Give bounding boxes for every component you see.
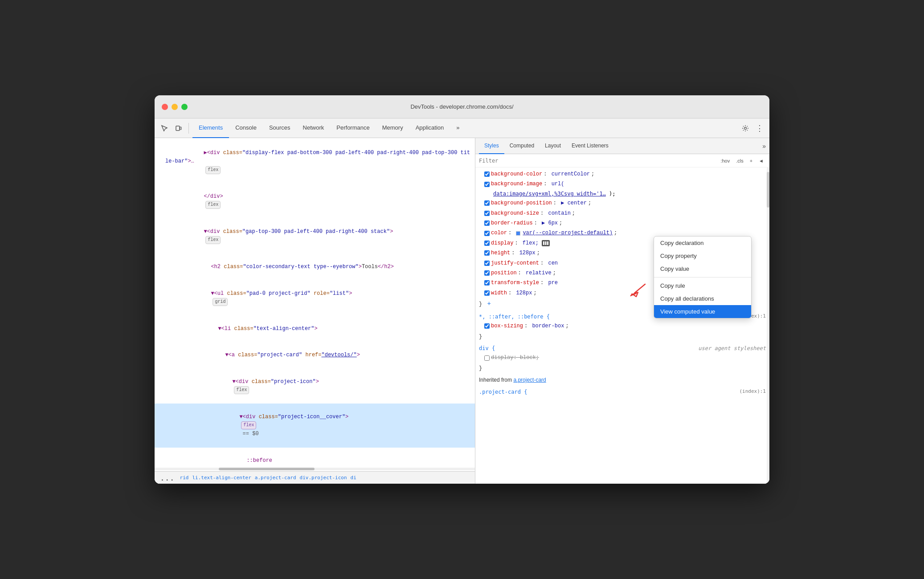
devtools-window: DevTools - developer.chrome.com/docs/ El… (155, 95, 769, 484)
css-checkbox[interactable] (484, 182, 490, 187)
tab-elements[interactable]: Elements (192, 118, 229, 138)
ctx-copy-rule[interactable]: Copy rule (654, 279, 751, 292)
css-checkbox[interactable] (484, 200, 490, 206)
dom-scrollbar-thumb[interactable] (219, 468, 315, 470)
dom-line[interactable]: ▼<ul class="pad-0 project-grid" role="li… (155, 281, 475, 316)
breadcrumb-di[interactable]: di (351, 475, 356, 481)
breadcrumb-div-icon[interactable]: div.project-icon (300, 475, 347, 481)
devtools-tabs: Elements Console Sources Network Perform… (192, 118, 737, 138)
ctx-copy-all-declarations[interactable]: Copy all declarations (654, 292, 751, 305)
css-checkbox[interactable] (484, 241, 490, 246)
css-prop-line[interactable]: background-color : currentColor ; (475, 169, 769, 179)
css-selector: *, ::after, ::before { (479, 312, 550, 321)
css-prop-line[interactable]: box-sizing : border-box ; (475, 321, 769, 331)
filter-add-btn[interactable]: + (748, 157, 755, 164)
styles-panel-scrollbar-thumb[interactable] (767, 172, 769, 208)
breadcrumb-li[interactable]: li.text-align-center (192, 475, 251, 481)
more-options-button[interactable]: ⋮ (753, 122, 766, 135)
breadcrumb-bar: ... rid li.text-align-center a.project-c… (155, 471, 475, 484)
maximize-button[interactable] (181, 104, 188, 110)
flex-badge: flex (234, 386, 249, 394)
css-prop-line[interactable]: display: block; (475, 353, 769, 363)
css-prop-line[interactable]: background-size : contain ; (475, 208, 769, 218)
filter-cls-btn[interactable]: .cls (734, 157, 746, 164)
inherited-from-link[interactable]: a.project-card (513, 377, 546, 383)
dom-line[interactable]: <h2 class="color-secondary-text type--ey… (155, 254, 475, 281)
tab-application[interactable]: Application (409, 118, 450, 138)
tab-memory[interactable]: Memory (376, 118, 409, 138)
dom-line[interactable]: ▼<a class="project-card" href="devtools/… (155, 342, 475, 369)
settings-button[interactable] (739, 122, 752, 135)
css-url-link[interactable]: data:image/svg+xml,%3Csvg width='1… (493, 191, 606, 197)
tab-network[interactable]: Network (297, 118, 331, 138)
window-title: DevTools - developer.chrome.com/docs/ (410, 103, 513, 110)
tab-styles[interactable]: Styles (479, 138, 504, 154)
ctx-copy-property[interactable]: Copy property (654, 249, 751, 262)
filter-hover-btn[interactable]: :hov (718, 157, 732, 164)
titlebar: DevTools - developer.chrome.com/docs/ (155, 95, 769, 118)
css-checkbox[interactable] (484, 220, 490, 226)
css-checkbox[interactable] (484, 211, 490, 216)
filter-bar: :hov .cls + ◄ (475, 154, 769, 167)
css-checkbox[interactable] (484, 250, 490, 256)
breadcrumb-a[interactable]: a.project-card (255, 475, 296, 481)
breadcrumb-more[interactable]: ... (158, 473, 176, 482)
device-toolbar-button[interactable] (172, 122, 185, 135)
filter-collapse-btn[interactable]: ◄ (756, 157, 766, 164)
dom-line[interactable]: ▶<div class="display-flex pad-bottom-300… (155, 140, 475, 183)
css-checkbox[interactable] (484, 171, 490, 177)
more-icon: ⋮ (756, 123, 764, 133)
css-prop-line[interactable]: border-radius : ▶ 6px ; (475, 218, 769, 228)
dom-line[interactable]: ▼<li class="text-align-center"> (155, 315, 475, 342)
css-prop-line[interactable]: background-image : url( (475, 179, 769, 189)
tab-more[interactable]: » (450, 118, 466, 138)
css-url-continuation[interactable]: data:image/svg+xml,%3Csvg width='1… ); (475, 189, 769, 198)
styles-panel-scrollbar[interactable] (767, 167, 769, 484)
dom-panel: ▶<div class="display-flex pad-bottom-300… (155, 138, 475, 484)
inherited-section: Inherited from a.project-card (475, 374, 769, 385)
styles-tabs-more[interactable]: » (762, 143, 766, 150)
tab-event-listeners[interactable]: Event Listeners (566, 138, 614, 154)
dom-line[interactable]: ▼<div class="gap-top-300 pad-left-400 pa… (155, 219, 475, 254)
tab-console[interactable]: Console (229, 118, 263, 138)
source-link[interactable]: (index):1 (739, 387, 766, 396)
minimize-button[interactable] (172, 104, 178, 110)
css-checkbox[interactable] (484, 323, 490, 329)
dom-line[interactable]: ▼<div class="project-icon"> flex (155, 369, 475, 404)
css-checkbox[interactable] (484, 290, 490, 296)
css-checkbox[interactable] (484, 231, 490, 236)
css-var-link[interactable]: var(--color-project-default) (523, 230, 613, 236)
css-checkbox[interactable] (484, 261, 490, 266)
toolbar-separator-1 (188, 123, 189, 134)
flex-badge: flex (205, 166, 221, 174)
flex-badge: flex (241, 421, 256, 429)
filter-input[interactable] (479, 158, 715, 164)
devtools-toolbar: Elements Console Sources Network Perform… (155, 118, 769, 138)
close-button[interactable] (162, 104, 168, 110)
css-selector: .project-card { (479, 387, 527, 396)
styles-content[interactable]: background-color : currentColor ; backgr… (475, 167, 769, 484)
tab-performance[interactable]: Performance (330, 118, 376, 138)
tab-computed[interactable]: Computed (504, 138, 540, 154)
css-checkbox[interactable] (484, 270, 490, 276)
ctx-copy-value[interactable]: Copy value (654, 262, 751, 275)
select-element-button[interactable] (158, 122, 171, 135)
dom-content[interactable]: ▶<div class="display-flex pad-bottom-300… (155, 138, 475, 471)
color-swatch[interactable] (516, 231, 520, 236)
dom-line-selected[interactable]: ▼<div class="project-icon__cover"> flex … (155, 404, 475, 447)
css-checkbox[interactable] (484, 280, 490, 285)
tab-sources[interactable]: Sources (263, 118, 297, 138)
add-property-btn[interactable]: + (487, 300, 491, 307)
dom-scrollbar[interactable] (155, 468, 475, 470)
css-close-brace: } (475, 363, 769, 374)
toolbar-right: ⋮ (739, 122, 766, 135)
dom-line[interactable]: </div> flex (155, 183, 475, 219)
css-checkbox[interactable] (484, 355, 490, 361)
svg-rect-1 (180, 127, 181, 130)
ctx-copy-declaration[interactable]: Copy declaration (654, 236, 751, 249)
breadcrumb-rid[interactable]: rid (180, 475, 189, 481)
tab-layout[interactable]: Layout (540, 138, 566, 154)
grid-badge: grid (213, 298, 228, 306)
ctx-view-computed-value[interactable]: View computed value (654, 305, 751, 318)
css-prop-line[interactable]: background-position : ▶ center ; (475, 198, 769, 208)
